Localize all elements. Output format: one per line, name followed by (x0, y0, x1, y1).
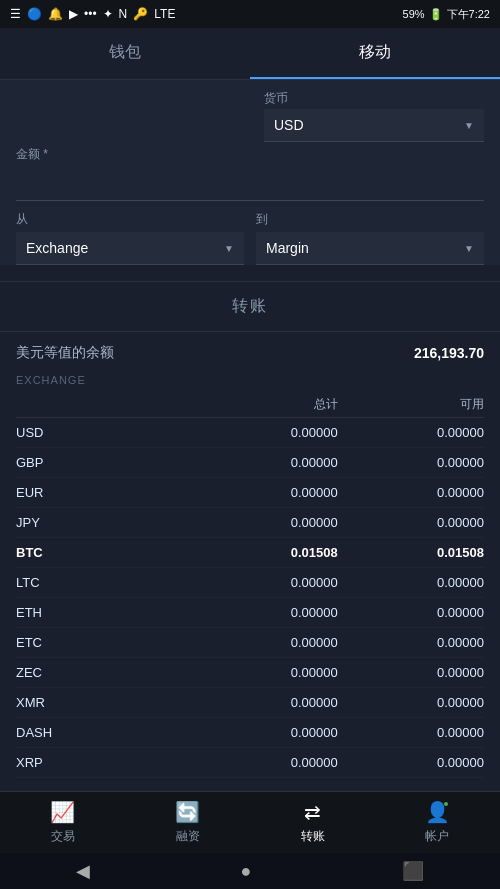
to-label: 到 (256, 211, 484, 228)
currency-value: USD (274, 117, 304, 133)
amount-label: 金额 * (16, 146, 484, 163)
play-icon: ▶ (69, 7, 78, 21)
balance-label: 美元等值的余额 (16, 344, 114, 362)
from-col: 从 Exchange ▼ (16, 211, 244, 265)
cell-available: 0.00000 (338, 455, 484, 470)
transfer-btn-row: 转账 (0, 281, 500, 331)
cell-available: 0.00000 (338, 605, 484, 620)
to-dropdown[interactable]: Margin ▼ (256, 232, 484, 265)
transfer-button[interactable]: 转账 (232, 296, 268, 317)
amount-row: 金额 * (16, 146, 484, 201)
exchange-table: EXCHANGE 总计 可用 USD 0.00000 0.00000 GBP 0… (0, 368, 500, 778)
top-tabs: 钱包 移动 (0, 28, 500, 80)
cell-currency-name: XRP (16, 755, 192, 770)
cell-available: 0.00000 (338, 575, 484, 590)
table-row: ETH 0.00000 0.00000 (16, 598, 484, 628)
table-row: LTC 0.00000 0.00000 (16, 568, 484, 598)
cell-total: 0.00000 (192, 665, 338, 680)
cell-currency-name: ZEC (16, 665, 192, 680)
nav-label-finance: 融资 (176, 828, 200, 845)
system-nav-bar: ◀ ● ⬛ (0, 853, 500, 889)
cell-available: 0.00000 (338, 485, 484, 500)
bottom-nav: 📈 交易 🔄 融资 ⇄ 转账 👤 帐户 (0, 791, 500, 853)
table-row: EUR 0.00000 0.00000 (16, 478, 484, 508)
cell-currency-name: JPY (16, 515, 192, 530)
status-bar: ☰ 🔵 🔔 ▶ ••• ✦ N 🔑 LTE 59% 🔋 下午7:22 (0, 0, 500, 28)
from-chevron-icon: ▼ (224, 243, 234, 254)
app-icon: 🔵 (27, 7, 42, 21)
bluetooth-icon: ✦ (103, 7, 113, 21)
recents-button[interactable]: ⬛ (402, 860, 424, 882)
tab-wallet[interactable]: 钱包 (0, 28, 250, 79)
cell-currency-name: BTC (16, 545, 192, 560)
cell-currency-name: ETH (16, 605, 192, 620)
table-row: USD 0.00000 0.00000 (16, 418, 484, 448)
cell-total: 0.00000 (192, 485, 338, 500)
cell-total: 0.00000 (192, 605, 338, 620)
account-icon-wrap: 👤 (425, 800, 450, 824)
notification-icon: 🔔 (48, 7, 63, 21)
cell-total: 0.00000 (192, 515, 338, 530)
status-left-icons: ☰ 🔵 🔔 ▶ ••• ✦ N 🔑 LTE (10, 7, 175, 21)
cell-currency-name: GBP (16, 455, 192, 470)
currency-col: 货币 USD ▼ (264, 90, 484, 142)
col-header-total: 总计 (192, 396, 338, 413)
table-row: XRP 0.00000 0.00000 (16, 748, 484, 778)
table-body: USD 0.00000 0.00000 GBP 0.00000 0.00000 … (16, 418, 484, 778)
table-row: ETC 0.00000 0.00000 (16, 628, 484, 658)
tab-transfer[interactable]: 移动 (250, 28, 500, 79)
amount-input[interactable] (16, 167, 484, 201)
status-right-info: 59% 🔋 下午7:22 (403, 7, 490, 22)
battery-percent: 59% (403, 8, 425, 20)
table-row: DASH 0.00000 0.00000 (16, 718, 484, 748)
key-icon: 🔑 (133, 7, 148, 21)
cell-available: 0.00000 (338, 515, 484, 530)
cell-total: 0.00000 (192, 635, 338, 650)
home-button[interactable]: ● (241, 861, 252, 882)
table-row: ZEC 0.00000 0.00000 (16, 658, 484, 688)
cell-available: 0.01508 (338, 545, 484, 560)
cell-available: 0.00000 (338, 635, 484, 650)
exchange-section-label: EXCHANGE (16, 368, 484, 388)
to-chevron-icon: ▼ (464, 243, 474, 254)
col-header-available: 可用 (338, 396, 484, 413)
from-label: 从 (16, 211, 244, 228)
to-value: Margin (266, 240, 309, 256)
cell-total: 0.00000 (192, 425, 338, 440)
cell-available: 0.00000 (338, 755, 484, 770)
cell-available: 0.00000 (338, 725, 484, 740)
more-icon: ••• (84, 7, 97, 21)
cell-total: 0.00000 (192, 575, 338, 590)
currency-dropdown[interactable]: USD ▼ (264, 109, 484, 142)
table-row: JPY 0.00000 0.00000 (16, 508, 484, 538)
from-dropdown[interactable]: Exchange ▼ (16, 232, 244, 265)
cell-currency-name: LTC (16, 575, 192, 590)
nav-item-trades[interactable]: 📈 交易 (50, 800, 75, 845)
cell-available: 0.00000 (338, 665, 484, 680)
currency-label: 货币 (264, 90, 484, 107)
time-display: 下午7:22 (447, 7, 490, 22)
currency-row: 货币 USD ▼ (16, 90, 484, 142)
from-to-row: 从 Exchange ▼ 到 Margin ▼ (16, 211, 484, 265)
cell-total: 0.00000 (192, 725, 338, 740)
cell-total: 0.00000 (192, 455, 338, 470)
battery-icon: 🔋 (429, 8, 443, 21)
table-row: XMR 0.00000 0.00000 (16, 688, 484, 718)
transfer-icon: ⇄ (304, 800, 321, 824)
table-header: 总计 可用 (16, 388, 484, 418)
to-col: 到 Margin ▼ (256, 211, 484, 265)
col-header-name (16, 396, 192, 413)
cell-available: 0.00000 (338, 425, 484, 440)
nav-item-transfer[interactable]: ⇄ 转账 (301, 800, 325, 845)
nav-item-finance[interactable]: 🔄 融资 (175, 800, 200, 845)
back-button[interactable]: ◀ (76, 860, 90, 882)
nav-label-account: 帐户 (425, 828, 449, 845)
nav-item-account[interactable]: 👤 帐户 (425, 800, 450, 845)
table-row: BTC 0.01508 0.01508 (16, 538, 484, 568)
form-area: 货币 USD ▼ 金额 * 从 Exchange ▼ 到 Margin ▼ (0, 80, 500, 265)
cell-total: 0.00000 (192, 755, 338, 770)
nav-label-trades: 交易 (51, 828, 75, 845)
cell-total: 0.01508 (192, 545, 338, 560)
cell-currency-name: DASH (16, 725, 192, 740)
table-row: GBP 0.00000 0.00000 (16, 448, 484, 478)
